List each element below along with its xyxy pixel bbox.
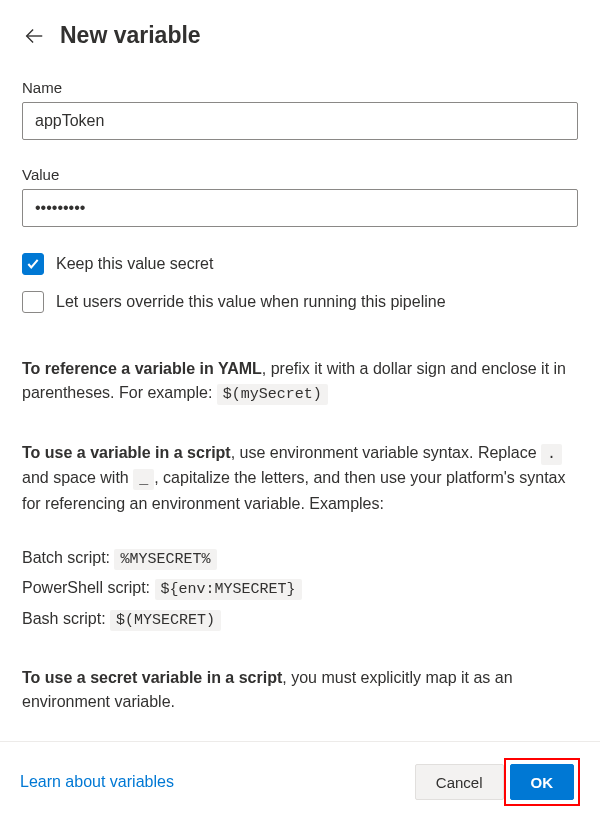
secret-checkbox[interactable] <box>22 253 44 275</box>
help-batch-label: Batch script: <box>22 549 114 566</box>
help-secret-section: To use a secret variable in a script, yo… <box>22 666 578 714</box>
value-label: Value <box>22 166 578 183</box>
override-checkbox-label: Let users override this value when runni… <box>56 293 446 311</box>
back-arrow-icon[interactable] <box>22 24 46 48</box>
override-checkbox[interactable] <box>22 291 44 313</box>
help-batch-code: %MYSECRET% <box>114 549 216 570</box>
dialog-footer: Learn about variables Cancel OK <box>0 741 600 824</box>
secret-checkbox-row: Keep this value secret <box>22 253 578 275</box>
help-script-bold: To use a variable in a script <box>22 444 231 461</box>
help-script-underscore: _ <box>133 469 154 490</box>
name-label: Name <box>22 79 578 96</box>
help-script-dot: . <box>541 444 562 465</box>
page-title: New variable <box>60 22 201 49</box>
ok-highlight-box: OK <box>504 758 581 806</box>
help-yaml-section: To reference a variable in YAML, prefix … <box>22 357 578 407</box>
help-script-t1: , use environment variable syntax. Repla… <box>231 444 541 461</box>
help-secret-bold: To use a secret variable in a script <box>22 669 282 686</box>
value-input[interactable] <box>22 189 578 227</box>
name-field-group: Name <box>22 79 578 140</box>
help-script-section: To use a variable in a script, use envir… <box>22 441 578 633</box>
help-ps-code: ${env:MYSECRET} <box>155 579 302 600</box>
secret-checkbox-label: Keep this value secret <box>56 255 213 273</box>
help-ps-label: PowerShell script: <box>22 579 155 596</box>
override-checkbox-row: Let users override this value when runni… <box>22 291 578 313</box>
help-bash-label: Bash script: <box>22 610 110 627</box>
help-bash-code: $(MYSECRET) <box>110 610 221 631</box>
dialog-header: New variable <box>22 22 578 49</box>
ok-button[interactable]: OK <box>510 764 575 800</box>
help-yaml-code: $(mySecret) <box>217 384 328 405</box>
learn-variables-link[interactable]: Learn about variables <box>20 773 174 791</box>
help-script-t2: and space with <box>22 469 133 486</box>
name-input[interactable] <box>22 102 578 140</box>
help-yaml-bold: To reference a variable in YAML <box>22 360 262 377</box>
cancel-button[interactable]: Cancel <box>415 764 504 800</box>
value-field-group: Value <box>22 166 578 227</box>
